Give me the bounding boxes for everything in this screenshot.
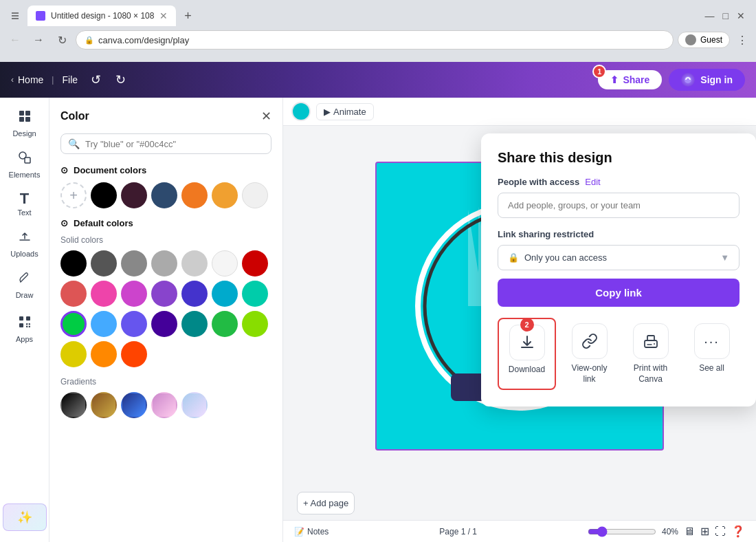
doc-swatch-dark-blue[interactable] <box>151 182 177 208</box>
doc-swatch-white[interactable] <box>242 182 268 208</box>
gradients-grid <box>60 392 271 418</box>
file-menu[interactable]: File <box>62 74 78 85</box>
header-divider: | <box>52 75 54 85</box>
svg-rect-1 <box>19 111 24 116</box>
tab-close-button[interactable]: ✕ <box>159 10 168 21</box>
swatch-teal[interactable] <box>212 281 238 307</box>
monitor-icon[interactable]: 🖥 <box>684 525 695 538</box>
download-action[interactable]: 2 Download <box>498 318 556 390</box>
sign-in-button[interactable]: Sign in <box>669 69 745 91</box>
swatch-6[interactable] <box>212 250 238 277</box>
tab-list-button[interactable] <box>5 7 25 25</box>
draw-icon <box>17 270 32 289</box>
browser-menu-button[interactable]: ⋮ <box>734 34 751 47</box>
gradient-2[interactable] <box>91 392 117 418</box>
sidebar-item-elements[interactable]: Elements <box>3 144 47 184</box>
link-access-dropdown[interactable]: 🔒 Only you can access ▼ <box>498 245 740 270</box>
active-tab[interactable]: Untitled design - 1080 × 108 ✕ <box>27 6 176 26</box>
active-color-button[interactable] <box>291 102 311 121</box>
swatch-green-teal[interactable] <box>242 281 268 307</box>
share-button[interactable]: 1 ⬆ Share <box>598 70 662 89</box>
swatch-red-orange[interactable] <box>121 341 147 367</box>
swatch-dark-teal[interactable] <box>181 311 208 337</box>
doc-swatch-black[interactable] <box>91 182 117 208</box>
print-canva-action[interactable]: Print withCanva <box>623 318 678 390</box>
magic-icon: ✨ <box>17 510 32 525</box>
sidebar-item-design[interactable]: Design <box>3 103 47 143</box>
page-info-container: Page 1 / 1 <box>334 527 582 536</box>
swatch-light-red[interactable] <box>60 281 87 307</box>
doc-swatch-light-orange[interactable] <box>212 182 238 208</box>
sidebar-item-text[interactable]: T Text <box>3 186 47 222</box>
edit-access-link[interactable]: Edit <box>585 177 600 187</box>
swatch-pink[interactable] <box>91 281 117 307</box>
animate-button[interactable]: ▶ Animate <box>316 103 374 120</box>
swatch-orange2[interactable] <box>91 341 117 367</box>
window-controls: — □ ✕ <box>705 10 751 21</box>
swatch-cyan-active[interactable] <box>60 311 87 337</box>
share-people-input[interactable] <box>498 193 740 218</box>
gradient-5[interactable] <box>181 392 208 418</box>
copy-link-button[interactable]: Copy link <box>498 279 740 307</box>
swatch-purple[interactable] <box>151 281 177 307</box>
sidebar-item-apps[interactable]: Apps <box>3 309 47 349</box>
see-all-action[interactable]: ··· See all <box>684 318 740 390</box>
doc-swatch-orange[interactable] <box>181 182 208 208</box>
swatch-yellow[interactable] <box>60 341 87 367</box>
magic-tools-button[interactable]: ✨ <box>3 503 47 531</box>
swatch-lime[interactable] <box>242 311 268 337</box>
sidebar-item-draw[interactable]: Draw <box>3 265 47 305</box>
swatch-3[interactable] <box>121 250 147 277</box>
help-icon[interactable]: ❓ <box>731 525 745 538</box>
add-page-button[interactable]: + Add page <box>297 492 355 514</box>
swatch-2[interactable] <box>91 250 117 277</box>
color-search-input[interactable] <box>85 139 264 149</box>
swatch-light-blue[interactable] <box>91 311 117 337</box>
sidebar-bottom: ✨ <box>3 503 47 542</box>
see-all-button[interactable]: ··· <box>694 323 730 359</box>
swatch-1[interactable] <box>60 250 87 277</box>
add-color-button[interactable]: + <box>60 182 87 208</box>
profile-button[interactable]: Guest <box>678 32 730 48</box>
doc-swatch-dark-red[interactable] <box>121 182 147 208</box>
new-tab-button[interactable]: + <box>179 7 197 25</box>
undo-button[interactable]: ↺ <box>86 70 105 89</box>
default-colors-label: Default colors <box>74 218 133 228</box>
swatch-red[interactable] <box>242 250 268 277</box>
swatch-dark-purple[interactable] <box>151 311 177 337</box>
swatch-green[interactable] <box>212 311 238 337</box>
gradient-3[interactable] <box>121 392 147 418</box>
maximize-button[interactable]: □ <box>723 10 729 21</box>
swatch-blue-purple[interactable] <box>181 281 208 307</box>
gradient-1[interactable] <box>60 392 87 418</box>
minimize-button[interactable]: — <box>705 10 715 21</box>
tab-favicon <box>36 11 45 21</box>
grid-view-icon[interactable]: ⊞ <box>700 525 709 538</box>
color-search-bar[interactable]: 🔍 <box>60 133 271 154</box>
fullscreen-icon[interactable]: ⛶ <box>715 525 726 538</box>
design-label: Design <box>12 129 36 138</box>
gradient-4[interactable] <box>151 392 177 418</box>
forward-button[interactable]: → <box>29 30 48 50</box>
close-button[interactable]: ✕ <box>737 10 745 21</box>
home-nav[interactable]: ‹ Home <box>11 74 43 85</box>
link-icon <box>581 333 598 349</box>
zoom-slider[interactable] <box>588 526 656 537</box>
address-bar[interactable]: 🔒 canva.com/design/play <box>76 30 674 50</box>
view-only-link-button[interactable] <box>572 323 608 359</box>
download-label: Download <box>509 365 545 376</box>
dropdown-arrow-icon: ▼ <box>720 252 729 263</box>
sidebar-item-uploads[interactable]: Uploads <box>3 224 47 263</box>
redo-button[interactable]: ↻ <box>111 70 130 89</box>
swatch-magenta[interactable] <box>121 281 147 307</box>
swatch-indigo[interactable] <box>121 311 147 337</box>
color-panel-close-button[interactable]: ✕ <box>261 109 271 124</box>
swatch-5[interactable] <box>181 250 208 277</box>
swatch-4[interactable] <box>151 250 177 277</box>
svg-rect-4 <box>25 117 30 122</box>
back-button[interactable]: ← <box>5 30 25 50</box>
notes-button[interactable]: 📝 Notes <box>294 527 329 536</box>
view-only-link-action[interactable]: View-only link <box>562 318 617 390</box>
print-canva-button[interactable] <box>633 323 669 359</box>
reload-button[interactable]: ↻ <box>52 30 71 50</box>
